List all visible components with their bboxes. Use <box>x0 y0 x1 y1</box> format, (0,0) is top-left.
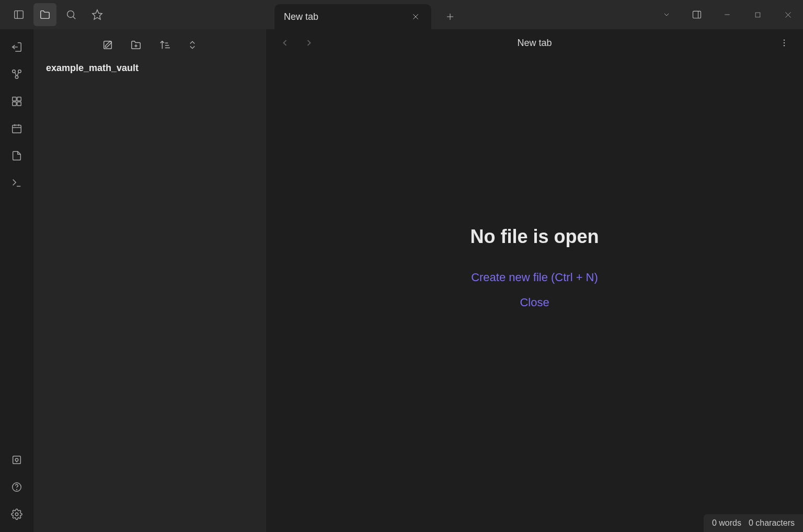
app-body: example_math_vault New tab No file is op… <box>0 29 803 532</box>
new-tab-button[interactable] <box>440 6 461 27</box>
titlebar: New tab <box>0 0 803 29</box>
new-note-icon[interactable] <box>98 36 117 54</box>
svg-point-2 <box>67 11 74 18</box>
svg-rect-9 <box>693 11 701 18</box>
svg-line-19 <box>15 72 16 75</box>
empty-state: No file is open Create new file (Ctrl + … <box>266 36 803 511</box>
note-icon[interactable] <box>5 144 28 167</box>
svg-point-31 <box>15 458 18 461</box>
panel-right-icon[interactable] <box>682 4 712 25</box>
sort-icon[interactable] <box>155 36 174 54</box>
close-window-button[interactable] <box>773 4 803 25</box>
svg-rect-23 <box>12 102 16 106</box>
search-icon[interactable] <box>60 3 83 26</box>
vault-name[interactable]: example_math_vault <box>33 61 266 76</box>
svg-point-34 <box>16 489 17 490</box>
svg-rect-21 <box>12 97 16 101</box>
create-new-file-link[interactable]: Create new file (Ctrl + N) <box>471 271 598 284</box>
empty-heading: No file is open <box>470 226 599 248</box>
star-icon[interactable] <box>86 3 109 26</box>
tab-strip: New tab <box>274 4 461 29</box>
collapse-expand-icon[interactable] <box>183 36 202 54</box>
svg-point-18 <box>15 76 18 79</box>
calendar-icon[interactable] <box>5 117 28 140</box>
sidebar-toolbar <box>33 29 266 61</box>
svg-rect-30 <box>13 456 20 464</box>
svg-line-20 <box>17 72 18 75</box>
files-icon[interactable] <box>33 3 56 26</box>
canvas-icon[interactable] <box>5 90 28 113</box>
graph-icon[interactable] <box>5 63 28 86</box>
file-sidebar: example_math_vault <box>33 29 266 532</box>
svg-rect-0 <box>15 11 24 19</box>
tab-active[interactable]: New tab <box>274 4 431 29</box>
svg-point-35 <box>15 513 18 516</box>
minimize-button[interactable] <box>712 4 742 25</box>
svg-line-3 <box>73 17 76 19</box>
svg-rect-24 <box>17 102 20 106</box>
window-controls <box>651 0 803 29</box>
ribbon <box>0 29 33 532</box>
new-folder-icon[interactable] <box>127 36 145 54</box>
close-icon[interactable] <box>409 10 422 23</box>
close-link[interactable]: Close <box>520 296 549 309</box>
help-icon[interactable] <box>5 476 28 499</box>
svg-marker-4 <box>93 10 102 19</box>
tab-label: New tab <box>284 11 318 22</box>
svg-rect-22 <box>17 97 20 101</box>
titlebar-left-group <box>0 3 109 26</box>
status-bar: 0 words 0 characters <box>704 514 803 532</box>
panel-left-icon[interactable] <box>7 3 30 26</box>
settings-icon[interactable] <box>5 503 28 526</box>
maximize-button[interactable] <box>742 4 773 25</box>
vault-icon[interactable] <box>5 448 28 471</box>
terminal-icon[interactable] <box>5 171 28 194</box>
editor-pane: New tab No file is open Create new file … <box>266 29 803 532</box>
quick-switcher-icon[interactable] <box>5 36 28 59</box>
tab-dropdown-icon[interactable] <box>651 4 682 25</box>
svg-rect-25 <box>12 125 21 133</box>
word-count[interactable]: 0 words <box>712 518 741 528</box>
svg-rect-12 <box>755 13 760 17</box>
char-count[interactable]: 0 characters <box>749 518 795 528</box>
